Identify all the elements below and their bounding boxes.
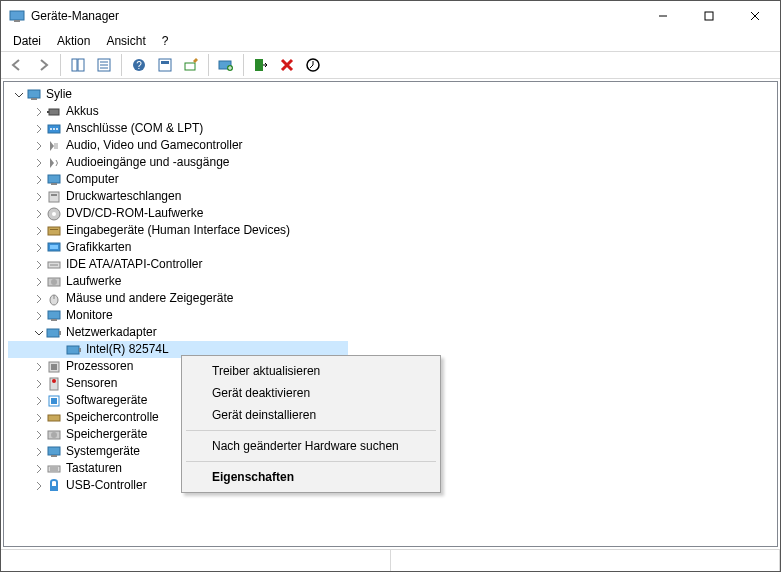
category-row[interactable]: IDE ATA/ATAPI-Controller [8,256,773,273]
svg-rect-16 [185,63,195,70]
expander-closed-icon[interactable] [32,105,46,119]
category-row[interactable]: Computer [8,171,773,188]
category-row[interactable]: Audio, Video und Gamecontroller [8,137,773,154]
svg-rect-39 [50,245,58,249]
svg-rect-63 [48,466,60,472]
menu-file[interactable]: Datei [5,32,49,50]
tree-root-row[interactable]: Sylie [8,86,773,103]
svg-rect-32 [49,192,59,202]
minimize-button[interactable] [640,1,686,31]
expander-open-icon[interactable] [32,326,46,340]
svg-rect-23 [49,109,59,115]
category-label: USB-Controller [66,477,147,494]
svg-point-35 [52,212,56,216]
devices-button[interactable] [301,53,325,77]
expander-closed-icon[interactable] [32,360,46,374]
menu-scan-hardware[interactable]: Nach geänderter Hardware suchen [184,435,438,457]
expander-closed-icon[interactable] [32,479,46,493]
expander-closed-icon[interactable] [32,394,46,408]
expander-closed-icon[interactable] [32,241,46,255]
category-icon [46,189,62,205]
action-button[interactable] [153,53,177,77]
category-row[interactable]: Audioeingänge und -ausgänge [8,154,773,171]
expander-placeholder [52,343,66,357]
menu-separator [186,461,436,462]
window: Geräte-Manager Datei Aktion Ansicht ? ? [0,0,781,572]
expander-closed-icon[interactable] [32,309,46,323]
category-label: Audioeingänge und -ausgänge [66,154,229,171]
category-network[interactable]: Netzwerkadapter [8,324,773,341]
expander-closed-icon[interactable] [32,428,46,442]
category-row[interactable]: Laufwerke [8,273,773,290]
category-icon [46,257,62,273]
category-row[interactable]: Eingabegeräte (Human Interface Devices) [8,222,773,239]
disable-device-button[interactable] [249,53,273,77]
category-label: Prozessoren [66,358,133,375]
category-label: DVD/CD-ROM-Laufwerke [66,205,203,222]
svg-point-43 [51,279,57,285]
expander-closed-icon[interactable] [32,411,46,425]
expander-closed-icon[interactable] [32,292,46,306]
expander-closed-icon[interactable] [32,139,46,153]
svg-rect-14 [159,59,171,71]
update-driver-button[interactable] [214,53,238,77]
svg-rect-50 [67,346,79,354]
category-label: Audio, Video und Gamecontroller [66,137,243,154]
expander-closed-icon[interactable] [32,224,46,238]
menu-update-driver[interactable]: Treiber aktualisieren [184,360,438,382]
titlebar: Geräte-Manager [1,1,780,31]
category-label: Akkus [66,103,99,120]
category-icon [46,308,62,324]
scan-hardware-button[interactable] [179,53,203,77]
menu-action[interactable]: Aktion [49,32,98,50]
expander-closed-icon[interactable] [32,173,46,187]
svg-rect-47 [51,319,57,321]
back-button[interactable] [5,53,29,77]
svg-point-27 [53,128,55,130]
menu-help[interactable]: ? [154,32,177,50]
uninstall-device-button[interactable] [275,53,299,77]
show-hide-tree-button[interactable] [66,53,90,77]
close-button[interactable] [732,1,778,31]
help-button[interactable]: ? [127,53,151,77]
category-row[interactable]: Anschlüsse (COM & LPT) [8,120,773,137]
menu-uninstall-device[interactable]: Gerät deinstallieren [184,404,438,426]
category-label: Netzwerkadapter [66,324,157,341]
category-row[interactable]: Monitore [8,307,773,324]
expander-closed-icon[interactable] [32,377,46,391]
network-adapter-icon [66,342,82,358]
svg-rect-37 [50,229,58,230]
menu-view[interactable]: Ansicht [98,32,153,50]
category-row[interactable]: Akkus [8,103,773,120]
expander-open-icon[interactable] [12,88,26,102]
forward-button[interactable] [31,53,55,77]
svg-rect-21 [28,90,40,98]
category-row[interactable]: DVD/CD-ROM-Laufwerke [8,205,773,222]
context-menu: Treiber aktualisieren Gerät deaktivieren… [181,355,441,493]
svg-line-5 [751,12,759,20]
statusbar [1,549,780,571]
expander-closed-icon[interactable] [32,122,46,136]
expander-closed-icon[interactable] [32,156,46,170]
toolbar-separator [121,54,122,76]
category-icon [46,427,62,443]
menu-separator [186,430,436,431]
category-label: Laufwerke [66,273,121,290]
menu-properties[interactable]: Eigenschaften [184,466,438,488]
category-row[interactable]: Mäuse und andere Zeigegeräte [8,290,773,307]
category-row[interactable]: Grafikkarten [8,239,773,256]
category-label: Softwaregeräte [66,392,147,409]
maximize-button[interactable] [686,1,732,31]
category-label: Druckwarteschlangen [66,188,181,205]
category-row[interactable]: Druckwarteschlangen [8,188,773,205]
svg-rect-62 [51,455,57,457]
expander-closed-icon[interactable] [32,445,46,459]
expander-closed-icon[interactable] [32,275,46,289]
expander-closed-icon[interactable] [32,207,46,221]
category-label: Systemgeräte [66,443,140,460]
expander-closed-icon[interactable] [32,258,46,272]
expander-closed-icon[interactable] [32,462,46,476]
menu-disable-device[interactable]: Gerät deaktivieren [184,382,438,404]
properties-button[interactable] [92,53,116,77]
expander-closed-icon[interactable] [32,190,46,204]
